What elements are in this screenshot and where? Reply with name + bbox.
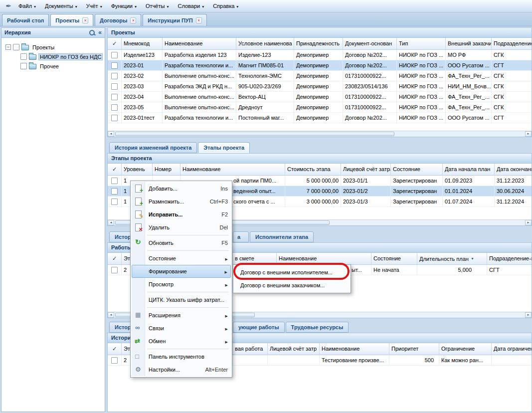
tab-preceding-works[interactable]: ующие работы xyxy=(233,322,285,333)
row-checkbox[interactable] xyxy=(111,188,118,195)
select-all-checkbox[interactable] xyxy=(108,38,122,49)
column-header[interactable]: Уровень xyxy=(122,164,153,175)
tab-works-partial[interactable]: а xyxy=(233,231,249,242)
row-checkbox[interactable] xyxy=(111,267,118,273)
menu-item-formation[interactable]: Формирование xyxy=(132,265,231,278)
scroll-right-icon[interactable] xyxy=(525,220,532,225)
table-row[interactable]: 2023-02 Выполнение опытно-конс... Технол… xyxy=(108,71,532,81)
select-all-checkbox[interactable] xyxy=(108,253,122,264)
menu-item-links[interactable]: Связи xyxy=(132,322,231,335)
row-checkbox[interactable] xyxy=(111,94,118,100)
column-header[interactable]: Наименование xyxy=(277,253,371,264)
tab-contracts[interactable]: Договоры xyxy=(95,14,141,26)
menu-item-exchange[interactable]: Обмен xyxy=(132,335,231,348)
column-header[interactable]: Мнемокод xyxy=(122,38,163,49)
column-header[interactable]: Дата окончани xyxy=(495,164,532,175)
column-header[interactable]: Принадлежность xyxy=(294,38,343,49)
table-row[interactable]: Изделие123 Разработка изделия 123 Издели… xyxy=(108,50,532,60)
tree-node-projects[interactable]: Проекты xyxy=(3,42,103,52)
table-row[interactable]: 2023-01тест Разработка технологии и... П… xyxy=(108,113,532,123)
column-header[interactable]: Лицевой счёт затр xyxy=(268,343,320,355)
column-header[interactable]: вая работа xyxy=(233,343,268,355)
menu-file[interactable]: Файл xyxy=(14,0,40,12)
column-header[interactable]: в смете xyxy=(233,253,277,264)
menu-item-toolbar[interactable]: Панель инструментов xyxy=(132,350,231,363)
column-header[interactable]: Состояние xyxy=(391,164,443,175)
menu-item-refresh[interactable]: Обновить F5 xyxy=(132,236,231,249)
tab-labor-resources[interactable]: Трудовые ресурсы xyxy=(286,322,349,333)
column-header[interactable]: Приоритет xyxy=(389,343,439,355)
close-icon[interactable] xyxy=(196,17,202,23)
menu-help[interactable]: Справка xyxy=(208,0,243,12)
menu-item-edit[interactable]: Исправить... F2 xyxy=(132,208,231,221)
menu-item-extensions[interactable]: Расширения xyxy=(132,309,231,322)
tab-desktop[interactable]: Рабочий стол xyxy=(2,14,49,26)
select-all-checkbox[interactable] xyxy=(108,164,122,175)
menu-dictionaries[interactable]: Словари xyxy=(173,0,208,12)
row-checkbox[interactable] xyxy=(111,104,118,111)
close-icon[interactable] xyxy=(82,17,88,23)
column-header[interactable]: Внешний заказчик xyxy=(446,38,492,49)
search-icon[interactable] xyxy=(89,29,96,36)
menu-accounting[interactable]: Учёт xyxy=(82,0,107,12)
column-header[interactable]: Наименование xyxy=(180,164,285,175)
menu-documents[interactable]: Документы xyxy=(40,0,82,12)
table-row[interactable]: 2023-01 Разработка технологии и... Магни… xyxy=(108,60,532,71)
row-checkbox[interactable] xyxy=(111,357,118,364)
column-header-sorted[interactable]: Длительность план xyxy=(417,253,487,264)
row-checkbox[interactable] xyxy=(111,62,118,69)
column-header[interactable]: Дата ограничени xyxy=(492,343,532,355)
menu-reports[interactable]: Отчёты xyxy=(141,0,173,12)
menu-item-citk-cost-code[interactable]: ЦИТК. Указать шифр затрат... xyxy=(132,293,231,306)
scroll-right-icon[interactable] xyxy=(525,312,532,318)
column-header[interactable]: Наименование xyxy=(320,343,389,355)
column-header[interactable]: Лицевой счёт затрат. xyxy=(341,164,391,175)
scroll-left-icon[interactable] xyxy=(108,220,114,225)
tree-checkbox[interactable] xyxy=(13,44,19,50)
row-checkbox[interactable] xyxy=(111,199,118,205)
submenu-item-external-executor-contract[interactable]: Договор с внешним исполнителем... xyxy=(234,266,350,279)
table-row[interactable]: 2023-04 Выполнение опытно-конс... Вектор… xyxy=(108,92,532,102)
row-checkbox[interactable] xyxy=(111,52,118,58)
menu-item-state[interactable]: Состояние xyxy=(132,252,231,265)
expander-icon[interactable] xyxy=(5,44,11,50)
scrollbar-thumb[interactable] xyxy=(115,132,394,136)
tree-checkbox[interactable] xyxy=(20,63,27,69)
select-all-checkbox[interactable] xyxy=(108,343,122,355)
menu-item-settings[interactable]: Настройки... Alt+Enter xyxy=(132,363,231,376)
close-icon[interactable] xyxy=(130,17,136,23)
row-checkbox[interactable] xyxy=(111,115,118,121)
menu-item-view[interactable]: Просмотр xyxy=(132,278,231,291)
column-header[interactable]: Тип xyxy=(397,38,446,49)
column-header[interactable]: Дата начала план xyxy=(443,164,495,175)
menu-functions[interactable]: Функции xyxy=(107,0,141,12)
tab-projects[interactable]: Проекты xyxy=(50,14,93,26)
menu-item-duplicate[interactable]: Размножить... Ctrl+F3 xyxy=(132,195,231,208)
row-checkbox[interactable] xyxy=(111,83,118,90)
column-header[interactable]: Состояние xyxy=(371,253,417,264)
tab-instructions[interactable]: Инструкции ПУП xyxy=(143,14,206,26)
submenu-item-external-customer-contract[interactable]: Договор с внешним заказчиком... xyxy=(234,279,350,292)
tree-node-niokr[interactable]: НИОКР по ГОЗ без НДС xyxy=(3,52,103,61)
table-row[interactable]: 2023-03 Разработка ЭКД и РКД н... 905-U0… xyxy=(108,81,532,92)
column-header[interactable]: Подразделение-испо xyxy=(487,253,532,264)
column-header[interactable]: Документ-основан xyxy=(343,38,397,49)
tree-checkbox[interactable] xyxy=(20,53,27,60)
tree-node-other[interactable]: Прочее xyxy=(3,61,103,71)
column-header[interactable]: Ограничение xyxy=(439,343,492,355)
row-checkbox[interactable] xyxy=(111,73,118,79)
column-header[interactable]: Условное наименова xyxy=(236,38,294,49)
collapse-panel-icon[interactable] xyxy=(98,28,102,37)
menu-item-delete[interactable]: Удалить Del xyxy=(132,221,231,234)
column-header[interactable]: Наименование xyxy=(163,38,236,49)
scroll-left-icon[interactable] xyxy=(108,131,114,137)
menu-item-add[interactable]: Добавить... Ins xyxy=(132,182,231,195)
column-header[interactable]: Подразделение xyxy=(492,38,532,49)
horizontal-scrollbar[interactable] xyxy=(108,131,532,137)
column-header[interactable]: Стоимость этапа xyxy=(285,164,341,175)
tab-project-history[interactable]: История изменений проекта xyxy=(109,142,197,153)
tab-stage-executors[interactable]: Исполнители этапа xyxy=(250,231,314,242)
row-checkbox[interactable] xyxy=(111,178,118,184)
table-row[interactable]: 2023-05 Выполнение опытно-конс... Дредно… xyxy=(108,102,532,113)
scroll-right-icon[interactable] xyxy=(525,131,532,137)
